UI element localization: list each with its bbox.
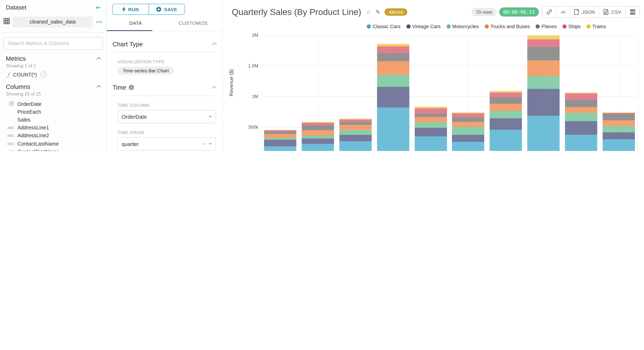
legend-item[interactable]: Classic Cars	[367, 23, 400, 29]
help-icon: ?	[41, 71, 47, 78]
section-collapse-icon[interactable]	[212, 42, 217, 47]
bar-segment	[377, 75, 409, 87]
chart-panel: Quarterly Sales (By Product Line) ☆ ✎ Al…	[223, 0, 644, 151]
legend-label: Planes	[542, 23, 557, 29]
edit-title-icon[interactable]: ✎	[376, 9, 380, 15]
legend-item[interactable]: Vintage Cars	[406, 23, 441, 29]
bar-segment	[527, 60, 560, 76]
bar-segment	[339, 119, 372, 119]
bar-segment	[527, 116, 560, 151]
bar-segment	[527, 36, 560, 39]
bar-segment	[414, 107, 447, 108]
stacked-bar[interactable]	[302, 122, 334, 151]
legend-swatch	[536, 24, 540, 28]
active-tab-indicator	[107, 30, 152, 31]
stacked-bar[interactable]	[264, 130, 296, 151]
file-icon	[604, 9, 608, 15]
stacked-bar[interactable]	[414, 107, 447, 151]
bar-segment	[264, 134, 296, 138]
function-icon: ƒ	[8, 72, 9, 77]
bar-segment	[377, 53, 409, 61]
stacked-bar[interactable]	[490, 91, 522, 151]
legend-swatch	[586, 24, 591, 28]
bar-segment	[602, 126, 635, 132]
export-csv-button[interactable]: .CSV	[599, 6, 626, 17]
bar-chart-plot: 0500k1M1.5M2M04/01/200310/01/200304/01/2…	[262, 35, 638, 151]
y-axis-title: Revenue ($)	[228, 69, 234, 96]
bar-segment	[490, 93, 522, 97]
column-item[interactable]: PriceEach	[0, 108, 106, 116]
stacked-bar[interactable]	[565, 92, 597, 151]
stacked-bar[interactable]	[602, 112, 635, 151]
bar-segment	[339, 135, 372, 141]
tab-customize[interactable]: CUSTOMIZE	[164, 21, 222, 31]
legend-swatch	[446, 24, 450, 28]
bar-segment	[339, 130, 372, 135]
column-item[interactable]: OrderDate	[0, 100, 106, 108]
dataset-name[interactable]: cleaned_sales_data	[12, 16, 93, 27]
bar-segment	[339, 119, 372, 122]
bar-segment	[490, 130, 522, 151]
bar-segment	[377, 61, 409, 75]
favorite-star-icon[interactable]: ☆	[366, 9, 371, 15]
altered-badge[interactable]: Altered	[384, 8, 407, 16]
stacked-bar[interactable]	[377, 44, 409, 151]
controls-panel: RUN SAVE DATA CUSTOMIZE Chart Type VISUA…	[107, 0, 223, 151]
legend-item[interactable]: Ships	[562, 23, 581, 29]
column-item-label: OrderDate	[17, 101, 42, 107]
bar-segment	[452, 112, 484, 113]
column-item[interactable]: Sales	[0, 116, 106, 124]
bar-segment	[264, 130, 296, 132]
embed-code-button[interactable]: </>	[556, 6, 570, 17]
legend-item[interactable]: Trains	[586, 23, 606, 29]
y-axis-tick-label: 1.5M	[248, 63, 258, 68]
column-item[interactable]: ABCContactLastName	[0, 140, 106, 148]
time-column-select[interactable]: OrderDate	[118, 110, 216, 123]
stacked-bar[interactable]	[452, 112, 484, 151]
chart-menu-button[interactable]	[626, 6, 640, 17]
chevron-down-icon	[208, 143, 212, 145]
stacked-bar[interactable]	[527, 36, 560, 151]
bar-segment	[377, 87, 409, 107]
columns-collapse-icon[interactable]	[97, 85, 101, 89]
query-timer-badge: 00:00:00.13	[499, 7, 539, 16]
metrics-collapse-icon[interactable]	[97, 57, 101, 61]
hamburger-icon	[630, 9, 635, 15]
bar-segment	[414, 114, 447, 117]
export-json-button[interactable]: .JSON	[570, 6, 599, 17]
row-count-badge: 70 rows	[472, 8, 496, 16]
column-item[interactable]: ABCAddressLine1	[0, 124, 106, 132]
bar-segment	[452, 142, 484, 151]
column-item[interactable]: ABCContactFirstName	[0, 148, 106, 151]
legend-label: Vintage Cars	[412, 23, 441, 29]
save-button[interactable]: SAVE	[148, 4, 185, 14]
collapse-sidebar-icon[interactable]: ⇤	[96, 4, 101, 11]
visualization-type-value[interactable]: Time-series Bar Chart	[118, 67, 174, 75]
columns-count-text: Showing 25 of 25	[0, 90, 106, 96]
chart-type-section-title: Chart Type	[112, 40, 143, 47]
bar-segment	[302, 130, 334, 136]
dataset-menu-icon[interactable]: •••	[96, 19, 103, 24]
legend-item[interactable]: Motorcycles	[446, 23, 479, 29]
bar-segment	[527, 47, 560, 60]
section-collapse-icon[interactable]	[212, 86, 217, 90]
share-link-button[interactable]	[542, 6, 556, 17]
legend-item[interactable]: Planes	[536, 23, 557, 29]
dataset-table-icon	[4, 18, 10, 26]
bar-segment	[414, 128, 447, 136]
bar-segment	[377, 44, 409, 46]
metric-item-count[interactable]: ƒ COUNT(*) ?	[0, 68, 106, 78]
plus-circle-icon	[156, 6, 162, 12]
legend-label: Trains	[592, 23, 606, 29]
column-item-label: ContactLastName	[17, 141, 59, 146]
bar-segment	[602, 113, 635, 114]
bar-segment	[452, 127, 484, 135]
metrics-columns-search-input[interactable]	[4, 37, 103, 50]
time-grain-select[interactable]: quarter ×	[118, 137, 216, 150]
stacked-bar[interactable]	[339, 119, 372, 151]
clear-icon[interactable]: ×	[203, 141, 206, 146]
run-button[interactable]: RUN	[112, 4, 148, 14]
column-item[interactable]: ABCAddressLine2	[0, 132, 106, 140]
tab-data[interactable]: DATA	[107, 21, 165, 31]
legend-item[interactable]: Trucks and Buses	[484, 23, 530, 29]
